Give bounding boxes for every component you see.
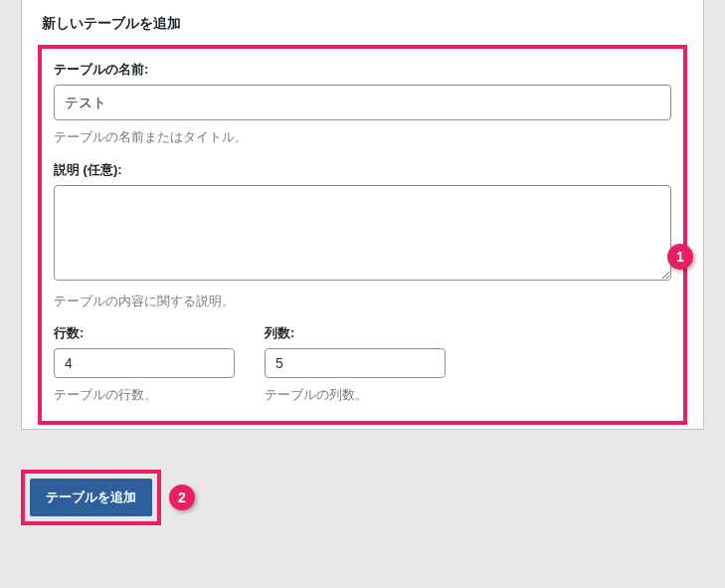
field-group-cols: 列数: テーブルの列数。 — [265, 324, 446, 405]
rows-input[interactable] — [54, 348, 235, 378]
table-description-input[interactable] — [54, 185, 671, 281]
field-group-rows: 行数: テーブルの行数。 — [54, 324, 235, 405]
annotation-highlight-1: テーブルの名前: テーブルの名前またはタイトル。 説明 (任意): テーブルの内… — [38, 45, 687, 425]
add-table-panel: 新しいテーブルを追加 テーブルの名前: テーブルの名前またはタイトル。 説明 (… — [21, 0, 704, 430]
field-group-description: 説明 (任意): テーブルの内容に関する説明。 — [54, 161, 671, 311]
table-name-input[interactable] — [54, 85, 671, 120]
annotation-badge-1: 1 — [667, 244, 693, 270]
rows-help-text: テーブルの行数。 — [54, 385, 235, 405]
description-label: 説明 (任意): — [54, 161, 671, 179]
cols-help-text: テーブルの列数。 — [265, 385, 446, 405]
panel-title: 新しいテーブルを追加 — [22, 0, 703, 45]
name-label: テーブルの名前: — [54, 61, 671, 79]
rows-label: 行数: — [54, 324, 235, 342]
name-help-text: テーブルの名前またはタイトル。 — [54, 127, 671, 147]
description-help-text: テーブルの内容に関する説明。 — [54, 292, 671, 311]
cols-label: 列数: — [265, 324, 446, 342]
cols-input[interactable] — [265, 348, 446, 378]
annotation-highlight-2: テーブルを追加 — [21, 470, 161, 525]
rowcol-row: 行数: テーブルの行数。 列数: テーブルの列数。 — [54, 324, 671, 405]
submit-area: テーブルを追加 2 — [21, 470, 725, 525]
add-table-button[interactable]: テーブルを追加 — [30, 479, 152, 516]
field-group-name: テーブルの名前: テーブルの名前またはタイトル。 — [54, 61, 671, 147]
annotation-badge-2: 2 — [169, 485, 195, 510]
